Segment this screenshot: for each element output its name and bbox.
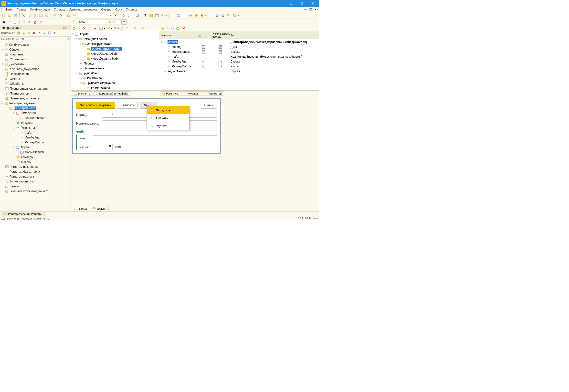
menu-windows[interactable]: Окна xyxy=(113,7,124,12)
ft-root[interactable]: ⊖Форма xyxy=(71,32,159,37)
tree-attr-file[interactable]: Файл xyxy=(0,130,70,135)
cut-icon[interactable] xyxy=(21,13,26,18)
actions-menu[interactable]: Действия ▾ xyxy=(1,31,15,35)
window-close-button[interactable] xyxy=(307,0,318,7)
panel-icon[interactable] xyxy=(182,13,187,18)
period-default-checkbox[interactable] xyxy=(202,45,205,49)
tree-acc-reg[interactable]: ТгРегистры бухгалтерии xyxy=(0,169,70,174)
edit-icon[interactable] xyxy=(22,31,26,35)
tree-info-reg[interactable]: ⊖Регистры сведений xyxy=(0,101,70,106)
align-center-icon[interactable] xyxy=(52,19,58,25)
fname-always-checkbox[interactable] xyxy=(219,60,222,63)
zoom-icon[interactable] xyxy=(72,13,77,18)
paste-icon[interactable] xyxy=(32,13,38,18)
menu-download[interactable]: Скачать xyxy=(147,114,189,122)
syntax-check-icon[interactable] xyxy=(135,13,140,18)
form-elements-tree[interactable]: ⊖Форма ⊖Командная панель ⊖ФормаГруппаФай… xyxy=(71,31,159,90)
db-sync-icon[interactable] xyxy=(232,13,237,18)
tree-resources[interactable]: Ресурсы xyxy=(0,120,70,125)
attr-file[interactable]: ФайлХранилищеЗначения (Недоступен в данн… xyxy=(159,54,319,59)
el-list-icon[interactable] xyxy=(113,26,117,30)
save-icon[interactable] xyxy=(13,13,18,18)
font-size-combo[interactable]: 8 xyxy=(112,20,121,24)
menu-debug[interactable]: Отладка xyxy=(52,7,67,12)
tab-attributes[interactable]: Реквизиты xyxy=(160,91,181,96)
copy-icon[interactable] xyxy=(27,13,32,18)
el-check-icon[interactable] xyxy=(140,26,145,30)
ft-name[interactable]: Наименование xyxy=(71,66,159,71)
el-add-dd-icon[interactable]: ▾ xyxy=(77,26,81,30)
tree-dim-name[interactable]: Наименование xyxy=(0,115,70,120)
attr-copy-icon[interactable] xyxy=(165,26,170,30)
ft-fsize[interactable]: РазмерФайла xyxy=(71,85,159,90)
mdi-restore-button[interactable]: ❐ xyxy=(309,8,313,12)
menu-configuration[interactable]: Конфигурация xyxy=(28,7,52,12)
save-button[interactable]: Записать xyxy=(117,102,138,109)
move-down-icon[interactable] xyxy=(42,31,47,35)
mdi-minimize-button[interactable]: — xyxy=(304,8,308,12)
print-icon[interactable] xyxy=(44,13,50,18)
fill-color-icon[interactable] xyxy=(27,19,32,25)
tree-documents[interactable]: ⊕Документы xyxy=(0,62,70,67)
move-up-icon[interactable] xyxy=(37,31,42,35)
el-down-icon[interactable] xyxy=(93,26,97,30)
tab-cmd-interface[interactable]: Командный интерфейс xyxy=(93,91,130,96)
attr-fsize[interactable]: РазмерФайлаЧисло xyxy=(159,64,319,69)
tree-root[interactable]: Конфигурация xyxy=(0,42,70,47)
underline-icon[interactable]: Ч xyxy=(13,19,18,25)
tree-tasks[interactable]: Задачи xyxy=(0,184,70,189)
align-left-icon[interactable] xyxy=(46,19,52,25)
db-compare-icon[interactable] xyxy=(226,13,232,18)
config-panel-close-icon[interactable]: ✕ xyxy=(67,26,69,29)
play-icon[interactable] xyxy=(194,13,199,18)
attr-cols-icon[interactable] xyxy=(170,26,175,30)
window-maximize-button[interactable] xyxy=(296,0,307,7)
sort-icon[interactable] xyxy=(47,31,52,35)
attr-delete-icon[interactable] xyxy=(181,26,186,30)
play-config-icon[interactable] xyxy=(199,13,205,18)
refresh-icon[interactable] xyxy=(121,13,126,18)
tree-attr-fname[interactable]: ИмяФайла xyxy=(0,135,70,140)
find-folder-icon[interactable] xyxy=(66,13,71,18)
ft-grp-file2[interactable]: ⊖ГруппаФайл xyxy=(71,71,159,76)
tab-elements[interactable]: Элементы xyxy=(72,91,93,96)
attr-add2-icon[interactable] xyxy=(176,26,180,30)
redo-icon[interactable] xyxy=(58,13,64,18)
sync-icon[interactable] xyxy=(126,13,132,18)
fname-default-checkbox[interactable] xyxy=(202,60,205,63)
tree-attr-fsize[interactable]: РазмерФайла xyxy=(0,140,70,145)
menu-service[interactable]: Сервис xyxy=(99,7,113,12)
calendar-icon[interactable] xyxy=(154,13,160,18)
config-search-input[interactable] xyxy=(1,37,67,40)
form-grid-icon[interactable] xyxy=(170,13,175,18)
fsize-always-checkbox[interactable] xyxy=(219,65,222,68)
ft-cmd-dl[interactable]: окФормаСкачатьФайл xyxy=(71,51,159,56)
ft-period[interactable]: Период xyxy=(71,61,159,66)
el-up-icon[interactable] xyxy=(88,26,92,30)
tree-catalogs[interactable]: Справочники xyxy=(0,57,70,62)
el-branch-icon[interactable] xyxy=(125,26,130,30)
font-style-combo[interactable]: Авто... xyxy=(78,20,112,24)
tree-chart-acc[interactable]: ТПланы счетов xyxy=(0,91,70,96)
run-1c-icon[interactable] xyxy=(149,13,154,18)
align-justify-icon[interactable] xyxy=(64,19,69,25)
tree-reports[interactable]: Отчеты xyxy=(0,76,70,81)
attr-fname[interactable]: ИмяФайлаСтрока xyxy=(159,59,319,64)
tree-ext-ds[interactable]: Внешние источники данных xyxy=(0,189,70,194)
tree-reg-file[interactable]: РегистрФайлов xyxy=(0,106,70,111)
ft-fname[interactable]: ИмяФайла xyxy=(71,76,159,81)
db-upload-icon[interactable] xyxy=(214,13,220,18)
window-tab[interactable]: Регистр сведений Регистр... xyxy=(1,212,46,216)
lock-icon[interactable] xyxy=(27,31,31,35)
menu-edit[interactable]: Правка xyxy=(15,7,28,12)
tree-common[interactable]: ⊕Общие xyxy=(0,47,70,52)
tree-attrs[interactable]: ⊖Реквизиты xyxy=(0,125,70,130)
ft-grp-file[interactable]: ⊖ФормаГруппаФайл xyxy=(71,42,159,46)
fname-input[interactable] xyxy=(93,135,217,141)
tree-forms[interactable]: ⊖Формы xyxy=(0,145,70,150)
search-combo[interactable]: ▾ xyxy=(78,13,112,18)
compare-icon[interactable] xyxy=(38,13,44,18)
attr-period[interactable]: ПериодДата xyxy=(159,44,319,49)
bottom-tab-form[interactable]: Форма xyxy=(72,207,89,211)
table-icon[interactable] xyxy=(188,13,193,18)
